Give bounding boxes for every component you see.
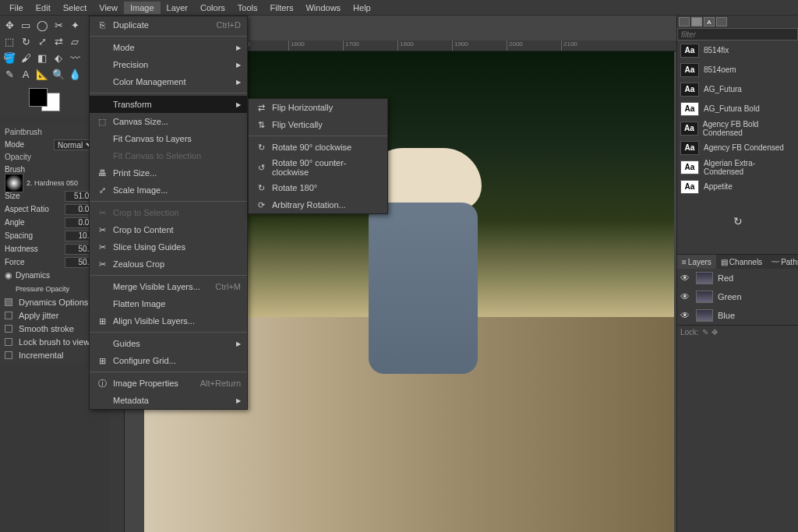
menu-image[interactable]: Image: [124, 2, 161, 14]
font-preview: Aa: [680, 44, 699, 58]
channel-name: Blue: [718, 311, 735, 320]
menu-duplicate[interactable]: ⎘ Duplicate Ctrl+D: [90, 16, 247, 33]
jitter-label: Apply jitter: [19, 311, 58, 320]
visibility-icon[interactable]: 👁: [680, 310, 691, 321]
menu-color-management[interactable]: Color Management ▶: [90, 73, 247, 90]
submenu-rotate-cw[interactable]: ↻ Rotate 90° clockwise: [249, 139, 387, 156]
menu-view[interactable]: View: [93, 2, 124, 14]
menu-align-visible[interactable]: ⊞ Align Visible Layers...: [90, 312, 247, 329]
font-item[interactable]: Aa8514fix: [677, 41, 798, 60]
menu-guides[interactable]: Guides ▶: [90, 335, 247, 352]
tool-zoom[interactable]: 🔍: [51, 66, 66, 82]
channel-row[interactable]: 👁Green: [677, 287, 798, 306]
font-item[interactable]: AaAlgerian Extra-Condensed: [677, 157, 798, 177]
visibility-icon[interactable]: 👁: [680, 291, 691, 302]
slice-icon: ✂: [96, 241, 108, 253]
tool-fuzzy-select[interactable]: ✦: [67, 17, 83, 33]
submenu-rotate-180[interactable]: ↻ Rotate 180°: [249, 179, 387, 196]
font-item[interactable]: AaAG_Futura: [677, 79, 798, 99]
menu-edit[interactable]: Edit: [30, 2, 57, 14]
menu-configure-grid[interactable]: ⊞ Configure Grid...: [90, 352, 247, 369]
menu-slice-guides[interactable]: ✂ Slice Using Guides: [90, 238, 247, 255]
tool-color-picker[interactable]: 💧: [67, 66, 83, 82]
submenu-flip-vertical[interactable]: ⇅ Flip Vertically: [249, 116, 387, 133]
brush-preview[interactable]: [5, 174, 23, 192]
rotate-180-icon: ↻: [255, 181, 267, 194]
channel-row[interactable]: 👁Blue: [677, 306, 798, 325]
menu-select[interactable]: Select: [57, 2, 94, 14]
menu-crop-content[interactable]: ✂ Crop to Content: [90, 221, 247, 238]
font-item[interactable]: AaAgency FB Condensed: [677, 138, 798, 157]
tool-paintbrush[interactable]: 🖌: [18, 50, 34, 65]
jitter-checkbox[interactable]: [5, 312, 12, 319]
tool-eraser[interactable]: ◧: [34, 50, 50, 65]
menu-precision[interactable]: Precision ▶: [90, 56, 247, 73]
menu-print-size[interactable]: 🖶 Print Size...: [90, 164, 247, 181]
channel-row[interactable]: 👁Red: [677, 269, 798, 287]
force-label: Force: [5, 258, 62, 266]
panel-tab-fonts[interactable]: A: [704, 17, 715, 26]
dynamics-options-expand[interactable]: [5, 298, 12, 306]
menu-fit-canvas-layers[interactable]: Fit Canvas to Layers: [90, 130, 247, 147]
menu-windows[interactable]: Windows: [299, 2, 347, 14]
menu-layer[interactable]: Layer: [161, 2, 195, 14]
tool-smudge[interactable]: 〰: [67, 50, 83, 65]
menu-metadata[interactable]: Metadata ▶: [90, 392, 247, 409]
font-item[interactable]: AaAG_Futura Bold: [677, 99, 798, 118]
panel-tab-1[interactable]: [679, 17, 690, 26]
lock-brush-checkbox[interactable]: [5, 338, 12, 346]
menu-colors[interactable]: Colors: [194, 2, 231, 14]
submenu-rotate-ccw[interactable]: ↺ Rotate 90° counter-clockwise: [249, 156, 387, 179]
font-item[interactable]: Aa8514oem: [677, 60, 798, 79]
menu-help[interactable]: Help: [347, 2, 377, 14]
chevron-right-icon: ▶: [236, 397, 241, 404]
visibility-icon[interactable]: 👁: [680, 273, 691, 284]
submenu-arbitrary-rotation[interactable]: ⟳ Arbitrary Rotation...: [249, 196, 387, 213]
tool-clone[interactable]: ⬖: [51, 50, 66, 65]
dynamics-value[interactable]: Pressure Opacity: [16, 285, 69, 293]
font-filter-input[interactable]: [677, 28, 798, 41]
tool-path[interactable]: ✎: [2, 66, 17, 82]
menu-zealous-crop[interactable]: ✂ Zealous Crop: [90, 255, 247, 273]
menu-scale-image[interactable]: ⤢ Scale Image...: [90, 181, 247, 199]
menu-flatten[interactable]: Flatten Image: [90, 295, 247, 312]
menu-file[interactable]: File: [3, 2, 30, 14]
panel-tab-4[interactable]: [716, 17, 727, 26]
tab-channels[interactable]: ▤ Channels: [716, 255, 767, 269]
tool-scale[interactable]: ⤢: [34, 33, 50, 49]
menu-tools[interactable]: Tools: [231, 2, 264, 14]
menu-transform[interactable]: Transform ▶: [90, 96, 247, 113]
menu-filters[interactable]: Filters: [264, 2, 300, 14]
tool-move[interactable]: ✥: [2, 17, 17, 33]
refresh-icon[interactable]: ↻: [733, 215, 743, 227]
submenu-flip-horizontal[interactable]: ⇄ Flip Horizontally: [249, 99, 387, 116]
font-item[interactable]: AaAgency FB Bold Condensed: [677, 118, 798, 138]
lock-position-icon[interactable]: ✥: [711, 328, 718, 336]
menu-mode[interactable]: Mode ▶: [90, 39, 247, 56]
menubar: File Edit Select View Image Layer Colors…: [0, 0, 798, 16]
tab-layers[interactable]: ≡ Layers: [677, 255, 716, 269]
smooth-checkbox[interactable]: [5, 325, 12, 333]
menu-canvas-size[interactable]: ⬚ Canvas Size...: [90, 113, 247, 130]
lock-pixels-icon[interactable]: ✎: [702, 328, 708, 336]
tool-bucket[interactable]: 🪣: [2, 50, 17, 65]
tool-crop[interactable]: ⬚: [2, 33, 17, 49]
tool-ellipse-select[interactable]: ◯: [34, 17, 50, 33]
menu-merge-visible[interactable]: Merge Visible Layers... Ctrl+M: [90, 278, 247, 295]
scale-icon: ⤢: [96, 184, 108, 196]
tool-flip[interactable]: ⇄: [51, 33, 66, 49]
tool-rotate[interactable]: ↻: [18, 33, 34, 49]
tool-free-select[interactable]: ✂: [51, 17, 66, 33]
tool-rect-select[interactable]: ▭: [18, 17, 34, 33]
incremental-checkbox[interactable]: [5, 351, 12, 359]
panel-tab-2[interactable]: [691, 17, 702, 26]
font-item[interactable]: AaAppetite: [677, 177, 798, 196]
color-swatch[interactable]: [29, 88, 60, 111]
menu-image-properties[interactable]: ⓘ Image Properties Alt+Return: [90, 375, 247, 392]
tab-paths[interactable]: 〰 Paths: [767, 255, 798, 269]
tool-perspective[interactable]: ▱: [67, 33, 83, 49]
rotate-ccw-icon: ↺: [255, 161, 267, 174]
tool-text[interactable]: A: [18, 66, 34, 82]
tool-measure[interactable]: 📐: [34, 66, 50, 82]
foreground-color[interactable]: [29, 88, 48, 107]
